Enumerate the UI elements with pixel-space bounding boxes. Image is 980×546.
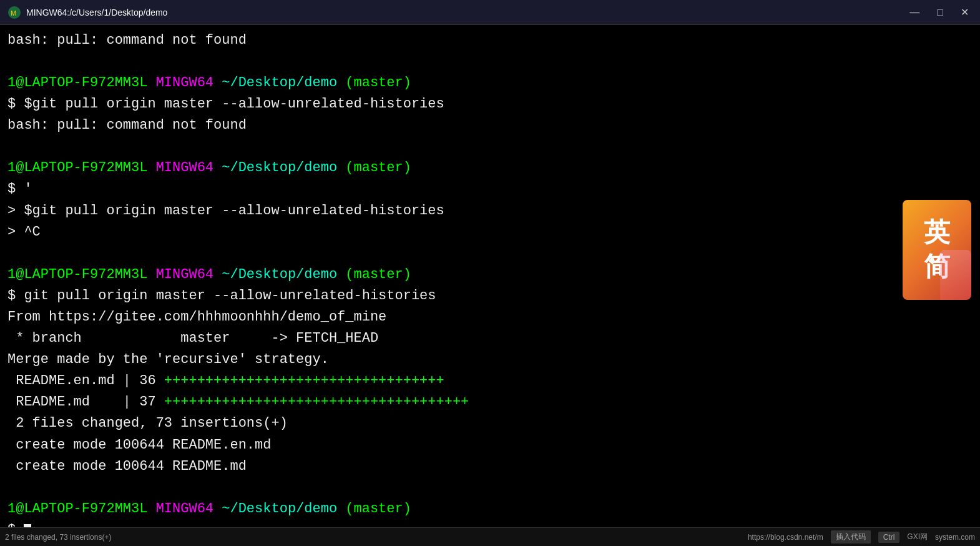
app-icon: M (7, 6, 21, 19)
terminal-line: $ git pull origin master --allow-unrelat… (7, 285, 973, 307)
close-button[interactable]: ✕ (957, 5, 973, 19)
terminal-line: From https://gitee.com/hhhmoonhhh/demo_o… (7, 307, 973, 328)
terminal-line: $ ' (7, 179, 973, 200)
site-name: GXI网 (907, 532, 928, 542)
bottom-right-controls: https://blog.csdn.net/m 插入代码 Ctrl GXI网 s… (748, 530, 975, 544)
widget-decoration (940, 250, 971, 300)
terminal-prompt: 1@LAPTOP-F972MM3L MINGW64 ~/Desktop/demo… (7, 264, 973, 285)
terminal-line: bash: pull: command not found (7, 115, 973, 136)
bottom-left-text: 2 files changed, 73 insertions(+) (5, 533, 111, 542)
terminal-line: create mode 100644 README.md (7, 456, 973, 477)
empty-line (7, 136, 973, 157)
terminal-line: bash: pull: command not found (7, 30, 973, 51)
bottom-bar: 2 files changed, 73 insertions(+) https:… (0, 527, 980, 546)
terminal-output: bash: pull: command not found 1@LAPTOP-F… (0, 25, 980, 546)
terminal-diff-line: README.md | 37 +++++++++++++++++++++++++… (7, 392, 973, 413)
maximize-button[interactable]: □ (933, 6, 947, 19)
terminal-line: 2 files changed, 73 insertions(+) (7, 413, 973, 434)
empty-line (7, 477, 973, 499)
minimize-button[interactable]: — (906, 6, 923, 19)
svg-text:M: M (11, 9, 16, 17)
site-domain: system.com (935, 533, 975, 542)
window-controls: — □ ✕ (906, 5, 973, 19)
titlebar-left: M MINGW64:/c/Users/1/Desktop/demo (7, 6, 167, 19)
terminal-prompt: 1@LAPTOP-F972MM3L MINGW64 ~/Desktop/demo… (7, 499, 973, 520)
terminal-line: $ $git pull origin master --allow-unrela… (7, 94, 973, 115)
empty-line (7, 51, 973, 72)
terminal-diff-line: README.en.md | 36 ++++++++++++++++++++++… (7, 370, 973, 392)
side-widget[interactable]: 英 简 (903, 200, 971, 300)
terminal-line: * branch master -> FETCH_HEAD (7, 328, 973, 349)
ctrl-button[interactable]: Ctrl (878, 532, 900, 543)
terminal-line: create mode 100644 README.en.md (7, 435, 973, 456)
insert-code-button[interactable]: 插入代码 (831, 530, 871, 544)
bottom-url: https://blog.csdn.net/m (748, 533, 823, 542)
terminal-prompt: 1@LAPTOP-F972MM3L MINGW64 ~/Desktop/demo… (7, 157, 973, 179)
terminal-line: > $git pull origin master --allow-unrela… (7, 201, 973, 222)
terminal-line: > ^C (7, 222, 973, 243)
window-title: MINGW64:/c/Users/1/Desktop/demo (26, 7, 167, 17)
terminal-line: Merge made by the 'recursive' strategy. (7, 349, 973, 370)
titlebar: M MINGW64:/c/Users/1/Desktop/demo — □ ✕ (0, 0, 980, 25)
widget-line1: 英 (924, 216, 950, 250)
empty-line (7, 243, 973, 264)
terminal-prompt: 1@LAPTOP-F972MM3L MINGW64 ~/Desktop/demo… (7, 72, 973, 94)
